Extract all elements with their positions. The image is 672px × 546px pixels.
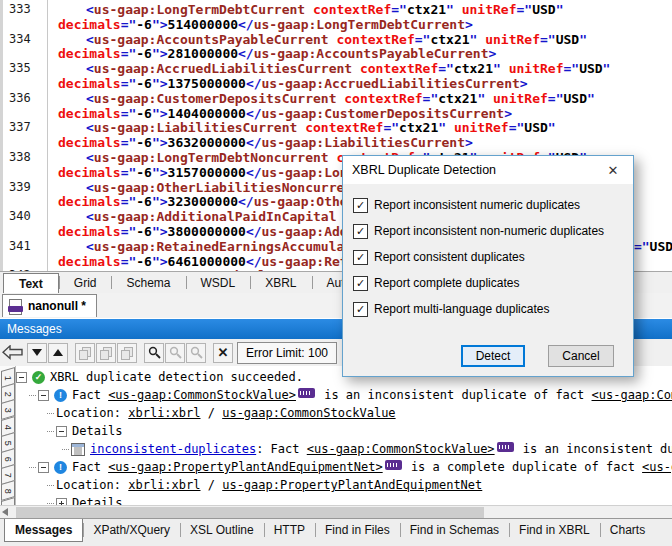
message-text: Fact	[72, 460, 108, 474]
dialog-title: XBRL Duplicate Detection	[343, 163, 496, 177]
xbrl-duplicate-detection-dialog: XBRL Duplicate Detection ✕ ✓Report incon…	[342, 155, 634, 377]
message-text: /	[201, 478, 223, 492]
message-row: inconsistent-duplicates: Fact <us-gaap:C…	[15, 440, 672, 458]
tree-stub	[47, 503, 54, 504]
output-tab-charts[interactable]: Charts	[600, 520, 655, 540]
code-line-wrap: decimals="-6">1404000000</us-gaap:Custom…	[3, 106, 672, 121]
output-tab-messages[interactable]: Messages	[4, 519, 83, 542]
message-text: XBRL duplicate detection succeeded.	[50, 370, 303, 384]
checkbox-checked-icon[interactable]: ✓	[353, 250, 368, 265]
messages-output[interactable]: ✓XBRL duplicate detection succeeded.!Fac…	[0, 366, 672, 505]
xbrl-file-icon	[8, 299, 23, 314]
message-link[interactable]: <us-gaap:PropertyPlantAndEquipmentNet>	[108, 460, 383, 474]
messages-panel-title: Messages	[7, 322, 62, 336]
collapse-box[interactable]	[56, 426, 67, 437]
output-tab-http[interactable]: HTTP	[264, 520, 315, 540]
scroll-left-icon[interactable]	[2, 508, 8, 516]
magnifier-down-icon	[190, 346, 203, 359]
tree-stub	[47, 413, 54, 414]
output-tab-xpath-xquery[interactable]: XPath/XQuery	[83, 520, 180, 540]
message-rule-link[interactable]: inconsistent-duplicates	[90, 442, 256, 456]
tree-stub	[47, 431, 54, 432]
line-number: 340	[9, 209, 43, 224]
view-tab-schema[interactable]: Schema	[111, 272, 185, 293]
message-link[interactable]: us-gaap:PropertyPlantAndEquipmentNet	[222, 478, 482, 492]
tree-stub	[29, 467, 36, 468]
message-link[interactable]: xbrli:xbrl	[128, 478, 200, 492]
line-number: 337	[9, 120, 43, 135]
copy-message-and-children-button[interactable]	[96, 343, 116, 363]
checkbox-row[interactable]: ✓Report inconsistent non-numeric duplica…	[353, 223, 604, 239]
expand-box[interactable]	[56, 498, 67, 506]
details-icon	[71, 443, 85, 456]
message-text: is an inconsistent duplicate of fact	[516, 442, 672, 456]
cancel-button[interactable]: Cancel	[548, 345, 614, 367]
checkbox-checked-icon[interactable]: ✓	[353, 198, 368, 213]
copy-all-messages-button[interactable]	[117, 343, 137, 363]
error-limit-button[interactable]: Error Limit: 100	[237, 342, 337, 364]
code-line-wrap: decimals="-6">1375000000</us-gaap:Accrue…	[3, 76, 672, 91]
file-tab-label: nanonull *	[28, 299, 86, 313]
xbrl-definition-badge[interactable]	[385, 460, 402, 470]
checkbox-checked-icon[interactable]: ✓	[353, 224, 368, 239]
view-tab-wsdl[interactable]: WSDL	[186, 272, 251, 293]
checkbox-row[interactable]: ✓Report multi-language duplicates	[353, 301, 549, 317]
collapse-box[interactable]	[38, 462, 49, 473]
collapse-box[interactable]	[38, 390, 49, 401]
message-link[interactable]: <us-gaap:CommonStockValue>	[307, 442, 495, 456]
code-line: 336<us-gaap:CustomerDepositsCurrent cont…	[3, 91, 672, 106]
code-line: 334<us-gaap:AccountsPayableCurrent conte…	[3, 32, 672, 47]
message-link[interactable]: us-gaap:CommonStockValue	[222, 406, 395, 420]
message-text: Details	[72, 424, 123, 438]
output-tab-find-in-schemas[interactable]: Find in Schemas	[400, 520, 509, 540]
message-link[interactable]: <us-gaap:PropertyPlantAndEquipmentNet>	[642, 460, 672, 474]
message-text: /	[201, 406, 223, 420]
find-in-messages-button[interactable]	[144, 343, 164, 363]
output-tab-xsl-outline[interactable]: XSL Outline	[180, 520, 264, 540]
scrollbar-thumb[interactable]	[16, 507, 484, 518]
file-tab-nanonull[interactable]: nanonull *	[2, 294, 97, 317]
horizontal-scrollbar[interactable]	[0, 505, 672, 519]
previous-message-button[interactable]	[48, 343, 68, 363]
checkbox-row[interactable]: ✓Report complete duplicates	[353, 275, 519, 291]
cancel-button-label: Cancel	[562, 349, 599, 363]
close-icon[interactable]: ✕	[593, 156, 633, 184]
xbrl-definition-badge[interactable]	[497, 442, 514, 452]
find-previous-button[interactable]	[165, 343, 185, 363]
message-text: Fact	[72, 388, 108, 402]
line-number: 338	[9, 150, 43, 165]
view-tab-text[interactable]: Text	[3, 273, 59, 293]
tree-stub	[47, 485, 54, 486]
message-link[interactable]: xbrli:xbrl	[128, 406, 200, 420]
find-next-button[interactable]	[186, 343, 206, 363]
line-number: 334	[9, 32, 43, 47]
message-row: Details	[15, 422, 123, 440]
magnifier-icon	[148, 346, 161, 359]
xbrl-definition-badge[interactable]	[298, 388, 315, 398]
collapse-box[interactable]	[16, 372, 27, 383]
message-link[interactable]: <us-gaap:CommonStockValue>	[592, 388, 672, 402]
next-message-button[interactable]	[27, 343, 47, 363]
copy-message-button[interactable]	[75, 343, 95, 363]
success-check-icon: ✓	[32, 371, 45, 384]
output-tab-find-in-xbrl[interactable]: Find in XBRL	[509, 520, 600, 540]
dialog-titlebar[interactable]: XBRL Duplicate Detection ✕	[343, 156, 633, 184]
output-tab-find-in-files[interactable]: Find in Files	[315, 520, 400, 540]
clear-x-icon: ✕	[218, 346, 229, 359]
checkbox-checked-icon[interactable]: ✓	[353, 302, 368, 317]
view-tab-grid[interactable]: Grid	[59, 272, 112, 293]
checkbox-label: Report multi-language duplicates	[374, 302, 549, 316]
checkbox-checked-icon[interactable]: ✓	[353, 276, 368, 291]
checkbox-label: Report inconsistent non-numeric duplicat…	[374, 224, 604, 238]
message-link[interactable]: <us-gaap:CommonStockValue>	[108, 388, 296, 402]
tree-stub	[29, 395, 36, 396]
message-text: Details	[72, 496, 123, 505]
message-row: ✓XBRL duplicate detection succeeded.	[15, 368, 303, 386]
checkbox-row[interactable]: ✓Report inconsistent numeric duplicates	[353, 197, 580, 213]
detect-button[interactable]: Detect	[461, 345, 525, 367]
clear-messages-button[interactable]: ✕	[213, 343, 233, 363]
checkbox-row[interactable]: ✓Report consistent duplicates	[353, 249, 525, 265]
checkbox-label: Report inconsistent numeric duplicates	[374, 198, 580, 212]
view-tab-xbrl[interactable]: XBRL	[250, 272, 311, 293]
jump-to-message-icon[interactable]	[0, 343, 26, 363]
